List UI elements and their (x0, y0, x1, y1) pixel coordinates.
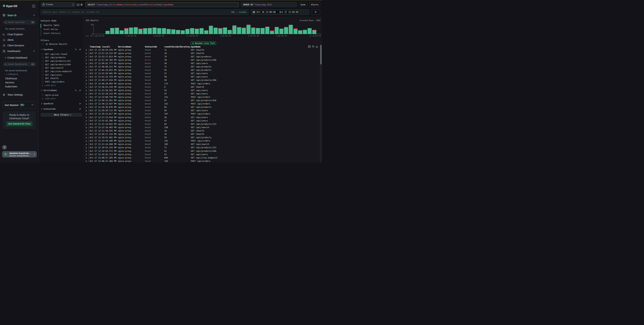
table-row[interactable]: Oct 27 12:22:19.852 PMnginx-proxyUnset65… (84, 122, 322, 126)
table-row[interactable]: Oct 27 12:25:42.306 PMnginx-proxyUnset47… (84, 119, 322, 122)
histogram-bar[interactable] (228, 30, 232, 34)
expand-row-chevron-icon[interactable] (86, 96, 87, 98)
table-row[interactable]: Oct 27 12:29:30.712 PMnginx-proxyUnset56… (84, 109, 322, 112)
wrap-lines-icon-button[interactable] (312, 45, 314, 48)
histogram-bar[interactable] (256, 28, 260, 34)
filter-value-checkbox[interactable]: GET /api/not-found (42, 53, 82, 56)
histogram-bar[interactable] (265, 27, 269, 34)
table-row[interactable]: Oct 27 12:41:23.754 PMnginx-proxyUnset58… (84, 75, 322, 79)
expand-row-chevron-icon[interactable] (86, 144, 87, 145)
more-filters-button[interactable]: More filters (40, 113, 82, 117)
histogram-bar[interactable] (260, 28, 264, 34)
expand-row-chevron-icon[interactable] (86, 110, 87, 112)
table-row[interactable]: Oct 27 12:43:59.465 PMnginx-proxyUnset57… (84, 72, 322, 75)
sidebar-item-alerts[interactable]: Alerts (0, 39, 38, 43)
histogram-bar[interactable] (223, 27, 227, 34)
download-csv-icon-button[interactable] (316, 45, 318, 48)
search-icon[interactable] (75, 89, 77, 91)
expand-row-chevron-icon[interactable] (86, 154, 87, 155)
sidebar-item-search[interactable]: Search (0, 14, 38, 17)
filter-group-statuscode[interactable]: StatusCode (40, 108, 82, 110)
histogram-bar[interactable] (242, 28, 246, 34)
expand-row-chevron-icon[interactable] (86, 59, 87, 61)
filter-value-checkbox[interactable]: GET /api/products/123 (42, 60, 82, 63)
sql-select-input[interactable]: SELECT Timestamp,ServiceName,StatusCode,… (86, 2, 239, 7)
language-toggle-sql[interactable]: SQL (231, 11, 235, 13)
histogram-bar[interactable] (152, 27, 156, 34)
histogram-bar[interactable] (106, 31, 110, 34)
table-row[interactable]: Oct 27 12:44:10.832 PMnginx-proxyUnset95… (84, 69, 322, 72)
histogram-bar[interactable] (157, 28, 161, 34)
saved-dashboards-input[interactable]: Saved Dashboards ⌘K (3, 62, 36, 66)
table-row[interactable]: Oct 27 12:59:35.478 PMnginx-proxyUnset11… (84, 48, 322, 52)
histogram-bar[interactable] (186, 29, 190, 34)
table-row[interactable]: Oct 27 12:51:36.784 PMnginx-proxyError78… (84, 58, 322, 62)
expand-row-chevron-icon[interactable] (86, 66, 87, 68)
histogram-bar[interactable] (284, 27, 288, 34)
expand-row-chevron-icon[interactable] (86, 62, 87, 64)
table-row[interactable]: Oct 27 12:13:24.048 PMnginx-proxyUnset18… (84, 143, 322, 146)
histogram-bar[interactable] (280, 29, 284, 34)
expand-row-chevron-icon[interactable] (86, 130, 87, 132)
get-started-free-button[interactable]: Get Started for Free (6, 121, 32, 126)
histogram-bar[interactable] (251, 27, 255, 34)
histogram-bar[interactable] (289, 25, 293, 34)
histogram-bar[interactable] (124, 28, 128, 34)
filter-group-servicename[interactable]: ServiceName (40, 89, 82, 92)
table-row[interactable]: Oct 27 12:30:23.261 PMnginx-proxyUnset67… (84, 99, 322, 102)
expand-row-chevron-icon[interactable] (86, 123, 87, 125)
histogram-bar[interactable] (294, 28, 298, 34)
table-row[interactable]: Oct 27 12:46:08.221 PMnginx-proxyUnset72… (84, 65, 322, 69)
histogram-bar[interactable] (129, 27, 133, 34)
expand-row-chevron-icon[interactable] (86, 103, 87, 105)
histogram-bar[interactable] (270, 30, 274, 34)
pin-icon[interactable] (79, 48, 81, 50)
table-scrollbar[interactable] (320, 44, 322, 162)
table-row[interactable]: Oct 27 12:40:20.093 PMnginx-proxyUnset17… (84, 82, 322, 85)
histogram-bar[interactable] (312, 30, 316, 34)
expand-row-chevron-icon[interactable] (86, 113, 87, 115)
denoise-results-checkbox[interactable]: Denoise Results (42, 43, 82, 46)
expand-row-chevron-icon[interactable] (86, 93, 87, 95)
column-resize-handle[interactable]: ⋮ (143, 45, 145, 48)
analysis-mode-event-deltas[interactable]: Event Deltas (44, 28, 77, 30)
save-button[interactable]: Save (299, 2, 307, 7)
table-row[interactable]: Oct 27 12:40:27.016 PMnginx-proxyUnset56… (84, 79, 322, 82)
filter-value-checkbox[interactable]: GET /api/search (42, 67, 82, 70)
table-row[interactable]: Oct 27 12:21:36.435 PMnginx-proxyUnset10… (84, 129, 322, 132)
get-started-dropdown[interactable]: Get Started 3/3 (3, 101, 36, 109)
histogram-bar[interactable] (298, 30, 302, 34)
table-row[interactable]: Oct 27 12:08:57.305 PMnginx-proxyUnset69… (84, 156, 322, 159)
table-row[interactable]: Oct 27 12:10:50.572 PMnginx-proxyUnset61… (84, 149, 322, 153)
expand-row-chevron-icon[interactable] (86, 160, 87, 162)
histogram-bar[interactable] (303, 30, 307, 34)
table-row[interactable]: Oct 27 12:29:36.876 PMnginx-proxyUnset65… (84, 106, 322, 109)
table-row[interactable]: Oct 27 12:53:17.623 PMnginx-proxyUnset79… (84, 55, 322, 58)
filter-value-checkbox[interactable]: nginx-proxy (42, 94, 82, 97)
table-row[interactable]: Oct 27 12:50:42.777 PMnginx-proxyUnset50… (84, 62, 322, 65)
table-row[interactable]: Oct 27 12:27:33.918 PMnginx-proxyUnset56… (84, 116, 322, 119)
user-account-card[interactable]: D dominic.tran@clic... dominic.tran@clic… (2, 151, 37, 157)
histogram-bar[interactable] (134, 27, 138, 34)
sidebar-preset-kubernetes[interactable]: Kubernetes (5, 85, 17, 88)
column-resize-handle[interactable]: ⋮ (189, 45, 191, 48)
histogram-bar[interactable] (200, 28, 204, 34)
expand-row-chevron-icon[interactable] (86, 83, 87, 85)
column-resize-handle[interactable]: ⋮ (162, 45, 164, 48)
expand-row-chevron-icon[interactable] (86, 140, 87, 142)
histogram-bar[interactable] (162, 28, 166, 34)
table-row[interactable]: Oct 27 12:57:14.313 PMnginx-proxyUnset10… (84, 52, 322, 55)
expand-row-chevron-icon[interactable] (86, 79, 87, 81)
saved-searches-input[interactable]: Saved Searches ⌘K (3, 20, 36, 24)
pin-icon[interactable] (79, 108, 81, 110)
expand-row-chevron-icon[interactable] (86, 150, 87, 152)
date-range-picker[interactable]: Oct 26 13:00:00 - Oct 27 13:00:00 (251, 9, 310, 15)
table-row[interactable]: Oct 27 12:30:13.437 PMnginx-proxyUnset14… (84, 102, 322, 106)
expand-row-chevron-icon[interactable] (86, 86, 87, 88)
histogram-bar[interactable] (275, 27, 279, 34)
sidebar-item-client-sessions[interactable]: Client Sessions (0, 44, 38, 49)
table-row[interactable]: Oct 27 12:32:08.750 PMnginx-proxyUnset15… (84, 95, 322, 99)
table-row[interactable]: Oct 27 12:10:53.155 PMnginx-proxyUnset71… (84, 146, 322, 149)
histogram-bar[interactable] (166, 29, 171, 34)
expand-row-chevron-icon[interactable] (86, 76, 87, 78)
